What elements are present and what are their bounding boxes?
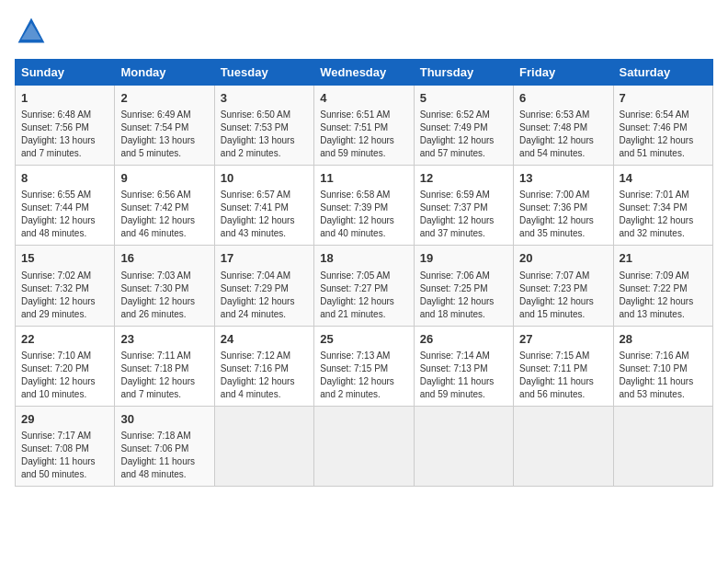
calendar-cell: 7Sunrise: 6:54 AM Sunset: 7:46 PM Daylig…	[613, 86, 712, 166]
day-info: Sunrise: 7:05 AM Sunset: 7:27 PM Dayligh…	[320, 270, 407, 321]
day-info: Sunrise: 6:56 AM Sunset: 7:42 PM Dayligh…	[120, 189, 208, 240]
header-monday: Monday	[115, 60, 214, 86]
day-number: 8	[21, 170, 108, 187]
day-number: 13	[519, 170, 607, 187]
day-number: 25	[320, 331, 407, 348]
calendar-cell: 30Sunrise: 7:18 AM Sunset: 7:06 PM Dayli…	[115, 406, 214, 486]
calendar-cell: 13Sunrise: 7:00 AM Sunset: 7:36 PM Dayli…	[514, 166, 613, 246]
day-info: Sunrise: 6:52 AM Sunset: 7:49 PM Dayligh…	[420, 109, 507, 160]
day-number: 22	[21, 331, 108, 348]
calendar-cell: 4Sunrise: 6:51 AM Sunset: 7:51 PM Daylig…	[314, 86, 414, 166]
day-number: 10	[221, 170, 308, 187]
calendar-cell	[414, 406, 513, 486]
day-number: 12	[420, 170, 507, 187]
day-info: Sunrise: 7:07 AM Sunset: 7:23 PM Dayligh…	[519, 270, 607, 321]
day-number: 14	[620, 170, 707, 187]
day-info: Sunrise: 7:11 AM Sunset: 7:18 PM Dayligh…	[120, 350, 208, 401]
calendar-cell: 9Sunrise: 6:56 AM Sunset: 7:42 PM Daylig…	[115, 166, 214, 246]
calendar-cell	[314, 406, 414, 486]
day-number: 4	[320, 90, 407, 107]
calendar-cell: 29Sunrise: 7:17 AM Sunset: 7:08 PM Dayli…	[16, 406, 115, 486]
calendar-cell	[214, 406, 313, 486]
day-info: Sunrise: 7:13 AM Sunset: 7:15 PM Dayligh…	[320, 350, 407, 401]
calendar-cell	[613, 406, 712, 486]
calendar-cell: 8Sunrise: 6:55 AM Sunset: 7:44 PM Daylig…	[16, 166, 115, 246]
calendar-cell: 2Sunrise: 6:49 AM Sunset: 7:54 PM Daylig…	[115, 86, 214, 166]
calendar-cell: 15Sunrise: 7:02 AM Sunset: 7:32 PM Dayli…	[16, 246, 115, 326]
day-number: 21	[620, 250, 707, 267]
logo-icon	[15, 15, 48, 48]
calendar-week-row: 1Sunrise: 6:48 AM Sunset: 7:56 PM Daylig…	[16, 86, 713, 166]
calendar-cell: 20Sunrise: 7:07 AM Sunset: 7:23 PM Dayli…	[514, 246, 613, 326]
calendar-week-row: 8Sunrise: 6:55 AM Sunset: 7:44 PM Daylig…	[16, 166, 713, 246]
day-number: 7	[620, 90, 707, 107]
day-info: Sunrise: 7:10 AM Sunset: 7:20 PM Dayligh…	[21, 350, 108, 401]
day-number: 28	[620, 331, 707, 348]
day-number: 20	[519, 250, 607, 267]
day-info: Sunrise: 6:48 AM Sunset: 7:56 PM Dayligh…	[21, 109, 108, 160]
day-number: 3	[221, 90, 308, 107]
calendar-cell: 21Sunrise: 7:09 AM Sunset: 7:22 PM Dayli…	[613, 246, 712, 326]
calendar-cell: 3Sunrise: 6:50 AM Sunset: 7:53 PM Daylig…	[214, 86, 313, 166]
day-info: Sunrise: 7:12 AM Sunset: 7:16 PM Dayligh…	[221, 350, 308, 401]
day-number: 15	[21, 250, 108, 267]
day-info: Sunrise: 7:15 AM Sunset: 7:11 PM Dayligh…	[519, 350, 607, 401]
day-info: Sunrise: 7:17 AM Sunset: 7:08 PM Dayligh…	[21, 430, 108, 481]
day-number: 30	[120, 411, 208, 428]
calendar-week-row: 22Sunrise: 7:10 AM Sunset: 7:20 PM Dayli…	[16, 326, 713, 406]
day-info: Sunrise: 7:09 AM Sunset: 7:22 PM Dayligh…	[620, 270, 707, 321]
day-info: Sunrise: 6:57 AM Sunset: 7:41 PM Dayligh…	[221, 189, 308, 240]
header-wednesday: Wednesday	[314, 60, 414, 86]
page-header	[15, 15, 713, 48]
day-info: Sunrise: 7:01 AM Sunset: 7:34 PM Dayligh…	[620, 189, 707, 240]
calendar-cell: 19Sunrise: 7:06 AM Sunset: 7:25 PM Dayli…	[414, 246, 513, 326]
day-number: 19	[420, 250, 507, 267]
day-info: Sunrise: 6:49 AM Sunset: 7:54 PM Dayligh…	[120, 109, 208, 160]
day-info: Sunrise: 6:55 AM Sunset: 7:44 PM Dayligh…	[21, 189, 108, 240]
day-number: 27	[519, 331, 607, 348]
day-info: Sunrise: 6:58 AM Sunset: 7:39 PM Dayligh…	[320, 189, 407, 240]
calendar-cell: 25Sunrise: 7:13 AM Sunset: 7:15 PM Dayli…	[314, 326, 414, 406]
header-thursday: Thursday	[414, 60, 513, 86]
calendar-cell: 14Sunrise: 7:01 AM Sunset: 7:34 PM Dayli…	[613, 166, 712, 246]
day-number: 11	[320, 170, 407, 187]
day-info: Sunrise: 6:50 AM Sunset: 7:53 PM Dayligh…	[221, 109, 308, 160]
day-info: Sunrise: 7:06 AM Sunset: 7:25 PM Dayligh…	[420, 270, 507, 321]
day-number: 9	[120, 170, 208, 187]
day-info: Sunrise: 7:00 AM Sunset: 7:36 PM Dayligh…	[519, 189, 607, 240]
day-number: 18	[320, 250, 407, 267]
calendar-cell: 22Sunrise: 7:10 AM Sunset: 7:20 PM Dayli…	[16, 326, 115, 406]
day-info: Sunrise: 7:16 AM Sunset: 7:10 PM Dayligh…	[620, 350, 707, 401]
calendar-cell: 12Sunrise: 6:59 AM Sunset: 7:37 PM Dayli…	[414, 166, 513, 246]
day-info: Sunrise: 7:02 AM Sunset: 7:32 PM Dayligh…	[21, 270, 108, 321]
day-number: 16	[120, 250, 208, 267]
day-info: Sunrise: 6:54 AM Sunset: 7:46 PM Dayligh…	[620, 109, 707, 160]
calendar-cell: 26Sunrise: 7:14 AM Sunset: 7:13 PM Dayli…	[414, 326, 513, 406]
day-number: 24	[221, 331, 308, 348]
day-number: 6	[519, 90, 607, 107]
header-tuesday: Tuesday	[214, 60, 313, 86]
day-info: Sunrise: 7:14 AM Sunset: 7:13 PM Dayligh…	[420, 350, 507, 401]
day-number: 26	[420, 331, 507, 348]
day-info: Sunrise: 7:03 AM Sunset: 7:30 PM Dayligh…	[120, 270, 208, 321]
day-number: 2	[120, 90, 208, 107]
calendar-cell: 18Sunrise: 7:05 AM Sunset: 7:27 PM Dayli…	[314, 246, 414, 326]
day-number: 23	[120, 331, 208, 348]
header-saturday: Saturday	[613, 60, 712, 86]
calendar-week-row: 15Sunrise: 7:02 AM Sunset: 7:32 PM Dayli…	[16, 246, 713, 326]
calendar-cell	[514, 406, 613, 486]
calendar-cell: 27Sunrise: 7:15 AM Sunset: 7:11 PM Dayli…	[514, 326, 613, 406]
header-sunday: Sunday	[16, 60, 115, 86]
calendar-cell: 6Sunrise: 6:53 AM Sunset: 7:48 PM Daylig…	[514, 86, 613, 166]
calendar-cell: 11Sunrise: 6:58 AM Sunset: 7:39 PM Dayli…	[314, 166, 414, 246]
day-number: 17	[221, 250, 308, 267]
calendar-cell: 5Sunrise: 6:52 AM Sunset: 7:49 PM Daylig…	[414, 86, 513, 166]
calendar-header-row: SundayMondayTuesdayWednesdayThursdayFrid…	[16, 60, 713, 86]
calendar-cell: 17Sunrise: 7:04 AM Sunset: 7:29 PM Dayli…	[214, 246, 313, 326]
day-number: 5	[420, 90, 507, 107]
day-info: Sunrise: 7:04 AM Sunset: 7:29 PM Dayligh…	[221, 270, 308, 321]
calendar-cell: 23Sunrise: 7:11 AM Sunset: 7:18 PM Dayli…	[115, 326, 214, 406]
logo	[15, 15, 51, 48]
calendar-table: SundayMondayTuesdayWednesdayThursdayFrid…	[15, 59, 713, 487]
day-info: Sunrise: 6:59 AM Sunset: 7:37 PM Dayligh…	[420, 189, 507, 240]
